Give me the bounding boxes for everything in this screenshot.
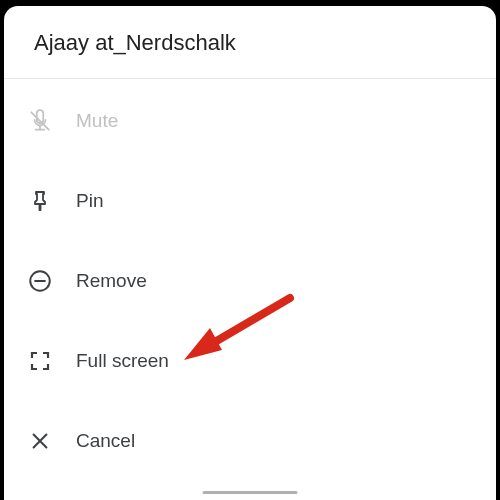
menu-item-cancel[interactable]: Cancel <box>4 401 496 481</box>
menu-label: Pin <box>76 190 103 212</box>
menu-label: Mute <box>76 110 118 132</box>
home-indicator <box>203 491 298 494</box>
mic-off-icon <box>26 107 54 135</box>
sheet-header: Ajaay at_Nerdschalk <box>4 6 496 79</box>
pin-icon <box>26 187 54 215</box>
menu-list: Mute Pin Remove <box>4 79 496 481</box>
fullscreen-icon <box>26 347 54 375</box>
menu-label: Remove <box>76 270 147 292</box>
action-sheet: Ajaay at_Nerdschalk Mute Pin <box>4 6 496 500</box>
remove-circle-icon <box>26 267 54 295</box>
menu-item-fullscreen[interactable]: Full screen <box>4 321 496 401</box>
menu-label: Cancel <box>76 430 135 452</box>
menu-item-pin[interactable]: Pin <box>4 161 496 241</box>
close-icon <box>26 427 54 455</box>
menu-item-mute: Mute <box>4 81 496 161</box>
participant-name: Ajaay at_Nerdschalk <box>34 30 472 56</box>
menu-label: Full screen <box>76 350 169 372</box>
menu-item-remove[interactable]: Remove <box>4 241 496 321</box>
